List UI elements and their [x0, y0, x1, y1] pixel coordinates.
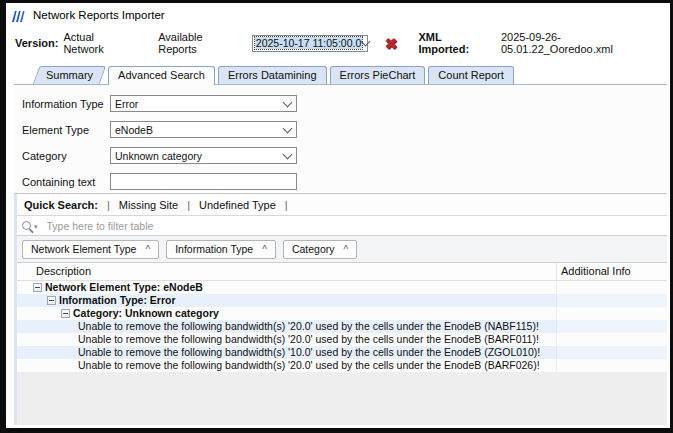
available-reports-select[interactable]: 2025-10-17 11:05:00.0	[252, 35, 368, 52]
delete-report-icon[interactable]: ✖	[385, 36, 398, 51]
tab-bar: SummaryAdvanced SearchErrors DataminingE…	[36, 65, 514, 84]
tab-label: Advanced Search	[118, 69, 205, 81]
quick-search-links: |Missing Site|Undefined Type|	[98, 199, 297, 211]
tab-label: Count Report	[438, 69, 503, 81]
missing-site-link[interactable]: Missing Site	[119, 199, 178, 211]
quick-search-bar: Quick Search: |Missing Site|Undefined Ty…	[14, 194, 667, 216]
panel-edge-strip	[14, 194, 17, 425]
title-bar: Network Reports Importer	[6, 3, 670, 27]
containing-text-label: Containing text	[22, 176, 95, 188]
separator: |	[187, 199, 190, 211]
xml-imported-value: 2025-09-26-05.01.22_Ooredoo.xml	[501, 31, 670, 55]
grouping-band: Network Element Type^Information Type^Ca…	[14, 236, 667, 263]
tab-advanced-search[interactable]: Advanced Search	[108, 66, 215, 85]
containing-text-input[interactable]	[110, 173, 297, 190]
window-title: Network Reports Importer	[33, 9, 165, 21]
quick-search-label: Quick Search:	[24, 199, 98, 211]
column-header-additional-info[interactable]: Additional Info	[561, 265, 631, 277]
separator: |	[107, 199, 110, 211]
chevron-down-icon	[361, 37, 371, 47]
field-value: eNodeB	[115, 124, 153, 136]
information-type-label: Information Type	[22, 98, 104, 110]
table-empty-area	[14, 372, 667, 425]
row-text: Information Type: Error	[59, 294, 175, 307]
chip-label: Information Type	[175, 243, 253, 255]
information-type-select[interactable]: Error	[110, 95, 297, 112]
row-text: Network Element Type: eNodeB	[45, 281, 203, 294]
group-chip-category[interactable]: Category^	[283, 240, 357, 259]
chevron-down-icon	[283, 149, 293, 159]
network-reports-importer-window: Network Reports Importer Version: Actual…	[0, 0, 673, 433]
category-select[interactable]: Unknown category	[110, 147, 297, 164]
xml-imported-label: XML Imported:	[418, 31, 494, 55]
group-chip-network-element-type[interactable]: Network Element Type^	[22, 240, 159, 259]
search-icon	[22, 221, 31, 230]
row-text: Unable to remove the following bandwidth…	[78, 333, 539, 346]
column-header-description[interactable]: Description	[36, 265, 91, 277]
form-row-information-type: Information TypeError	[14, 95, 667, 112]
table-row[interactable]: Unable to remove the following bandwidth…	[14, 346, 667, 359]
tab-summary[interactable]: Summary	[33, 66, 107, 84]
additional-info-cell	[556, 281, 667, 294]
app-logo-icon	[11, 9, 27, 22]
tab-label: Errors PieChart	[340, 69, 416, 81]
table-row[interactable]: Unable to remove the following bandwidth…	[14, 320, 667, 333]
sort-ascending-icon: ^	[145, 244, 150, 255]
group-row[interactable]: Network Element Type: eNodeB	[14, 281, 667, 294]
element-type-select[interactable]: eNodeB	[110, 121, 297, 138]
tab-label: Errors Datamining	[228, 69, 317, 81]
search-options-caret-icon[interactable]: ▾	[34, 223, 38, 230]
table-header: Description Additional Info	[14, 263, 667, 281]
undefined-type-link[interactable]: Undefined Type	[199, 199, 276, 211]
sort-ascending-icon: ^	[262, 244, 267, 255]
field-value: Unknown category	[115, 150, 202, 162]
results-tree-table: Network Element Type: eNodeBInformation …	[14, 281, 667, 372]
form-row-containing-text: Containing text	[14, 173, 667, 190]
collapse-icon[interactable]	[33, 283, 42, 292]
separator: |	[285, 199, 288, 211]
tab-errors-datamining[interactable]: Errors Datamining	[218, 66, 327, 84]
tab-label: Summary	[46, 69, 93, 81]
available-reports-label: Available Reports	[158, 31, 243, 55]
collapse-icon[interactable]	[61, 309, 70, 318]
chip-label: Category	[292, 243, 335, 255]
selected-report-value: 2025-10-17 11:05:00.0	[255, 37, 362, 49]
advanced-search-panel: Information TypeErrorElement TypeeNodeBC…	[14, 84, 667, 425]
top-bar: Version: Actual Network Available Report…	[6, 27, 670, 59]
chevron-down-icon	[283, 123, 293, 133]
version-value: Actual Network	[63, 31, 136, 55]
row-text: Unable to remove the following bandwidth…	[78, 320, 539, 333]
additional-info-cell	[556, 320, 667, 333]
row-text: Unable to remove the following bandwidth…	[78, 359, 540, 372]
sort-ascending-icon: ^	[343, 244, 348, 255]
form-row-category: CategoryUnknown category	[14, 147, 667, 164]
filter-bar: ▾	[14, 216, 667, 236]
form-row-element-type: Element TypeeNodeB	[14, 121, 667, 138]
tab-count-report[interactable]: Count Report	[428, 66, 513, 84]
additional-info-cell	[556, 333, 667, 346]
additional-info-cell	[556, 307, 667, 320]
column-divider	[556, 263, 557, 280]
group-chip-information-type[interactable]: Information Type^	[166, 240, 276, 259]
chevron-down-icon	[283, 97, 293, 107]
category-label: Category	[22, 150, 67, 162]
filter-table-input[interactable]	[45, 219, 469, 233]
field-value: Error	[115, 98, 138, 110]
table-row[interactable]: Unable to remove the following bandwidth…	[14, 359, 667, 372]
version-label: Version:	[15, 37, 58, 49]
element-type-label: Element Type	[22, 124, 89, 136]
table-row[interactable]: Unable to remove the following bandwidth…	[14, 333, 667, 346]
additional-info-cell	[556, 359, 667, 372]
chip-label: Network Element Type	[31, 243, 136, 255]
row-text: Unable to remove the following bandwidth…	[78, 346, 540, 359]
additional-info-cell	[556, 346, 667, 359]
additional-info-cell	[556, 294, 667, 307]
group-row[interactable]: Category: Unknown category	[14, 307, 667, 320]
group-row[interactable]: Information Type: Error	[14, 294, 667, 307]
row-text: Category: Unknown category	[73, 307, 219, 320]
collapse-icon[interactable]	[47, 296, 56, 305]
tab-errors-piechart[interactable]: Errors PieChart	[330, 66, 426, 84]
